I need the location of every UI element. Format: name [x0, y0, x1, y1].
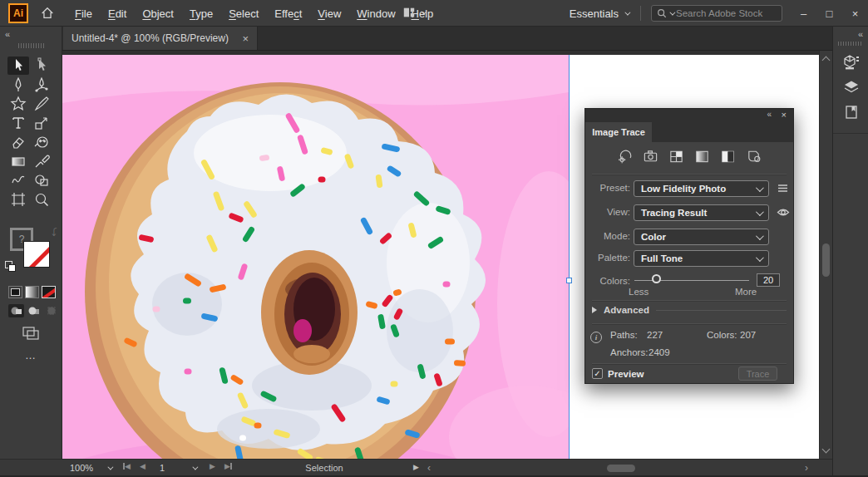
minimize-button[interactable]: – [791, 0, 816, 27]
draw-inside-button[interactable] [43, 304, 59, 317]
panel-collapse-icon[interactable]: « [767, 110, 772, 119]
preset-menu-icon[interactable] [777, 182, 789, 196]
scroll-up-icon[interactable] [822, 57, 831, 65]
panel-header[interactable]: « × [585, 109, 793, 122]
colors-value-field[interactable]: 20 [757, 273, 780, 287]
traced-donut-image[interactable] [62, 55, 569, 459]
disclosure-triangle-icon [592, 307, 597, 313]
tool-eraser[interactable] [7, 133, 29, 151]
home-icon[interactable] [37, 3, 58, 23]
expand-panels-icon[interactable]: « [858, 29, 863, 39]
colors-count-value: 207 [740, 330, 756, 340]
first-artboard-button[interactable]: ◀ [123, 462, 131, 470]
trace-button[interactable]: Trace [738, 366, 777, 381]
view-label: View: [585, 207, 630, 217]
tool-direct-selection[interactable] [31, 57, 52, 75]
default-fill-stroke-icon[interactable] [5, 261, 17, 273]
fill-stroke-indicator[interactable]: ? ⤵ [8, 226, 57, 273]
search-input[interactable] [676, 8, 767, 18]
scroll-left-icon[interactable]: ‹ [427, 462, 431, 474]
preset-dropdown[interactable]: Low Fidelity Photo [634, 180, 769, 197]
image-trace-tab[interactable]: Image Trace [585, 122, 652, 142]
last-artboard-button[interactable]: ▶ [224, 462, 232, 470]
gradient-button[interactable] [25, 286, 39, 298]
selection-handle[interactable] [566, 278, 572, 283]
fill-swatch-none[interactable] [23, 241, 50, 268]
tool-zoom[interactable] [31, 190, 52, 209]
chevron-down-icon [192, 464, 198, 470]
scroll-right-icon[interactable]: › [805, 462, 808, 474]
status-options-icon[interactable]: ▶ [413, 463, 419, 471]
panel-close-icon[interactable]: × [782, 110, 787, 120]
view-dropdown[interactable]: Tracing Result [634, 204, 769, 221]
previous-artboard-button[interactable]: ◀ [140, 462, 145, 470]
toolbar-grip[interactable] [18, 43, 45, 48]
tool-paintbrush[interactable] [31, 95, 52, 113]
color-button[interactable] [8, 286, 22, 298]
properties-panel-icon[interactable] [840, 52, 862, 73]
edit-toolbar-button[interactable]: … [2, 349, 61, 361]
tool-shape-builder[interactable] [31, 171, 52, 189]
scroll-down-icon[interactable] [822, 445, 831, 454]
tool-rotate[interactable] [31, 133, 52, 151]
swap-fill-stroke-icon[interactable]: ⤵ [52, 226, 57, 238]
low-color-icon[interactable] [668, 147, 684, 165]
high-color-icon[interactable] [643, 147, 658, 165]
tab-close-icon[interactable]: × [242, 32, 249, 45]
menu-effect[interactable]: Effect [274, 7, 302, 20]
mode-dropdown[interactable]: Color [634, 229, 769, 245]
libraries-panel-icon[interactable] [840, 101, 862, 123]
tool-curvature[interactable] [31, 76, 52, 94]
document-tab[interactable]: Untitled-4* @ 100% (RGB/Preview) × [63, 27, 258, 50]
draw-normal-button[interactable] [8, 304, 24, 317]
colors-slider-knob[interactable] [652, 274, 661, 283]
workspace-switcher-icon[interactable] [402, 6, 425, 19]
menu-view[interactable]: View [318, 7, 341, 20]
palette-label: Palette: [585, 253, 630, 263]
menu-type[interactable]: Type [190, 7, 213, 20]
zoom-level-dropdown[interactable]: 100% [67, 461, 115, 475]
tool-shaper[interactable] [7, 171, 29, 189]
zoom-level: 100% [70, 463, 93, 473]
divider [592, 174, 787, 175]
preview-checkbox[interactable]: ✓ [592, 368, 603, 379]
screen-mode-button[interactable] [20, 324, 42, 346]
vertical-scrollbar[interactable] [819, 51, 832, 459]
close-button[interactable]: × [842, 0, 868, 27]
none-button[interactable] [42, 286, 56, 298]
adobe-stock-search[interactable] [651, 5, 782, 22]
auto-color-icon[interactable] [617, 147, 633, 165]
maximize-button[interactable]: □ [816, 0, 842, 27]
horizontal-scroll-thumb[interactable] [607, 465, 635, 472]
menu-select[interactable]: Select [229, 7, 259, 20]
artboard-dropdown[interactable]: 1 [155, 461, 201, 475]
tool-selection[interactable] [7, 57, 29, 75]
chevron-down-icon [107, 464, 113, 470]
eye-icon[interactable] [777, 206, 790, 220]
menu-object[interactable]: Object [142, 7, 174, 20]
black-and-white-icon[interactable] [720, 147, 736, 165]
dock-grip[interactable] [838, 42, 863, 46]
menu-edit[interactable]: Edit [108, 7, 126, 20]
next-artboard-button[interactable]: ▶ [210, 462, 215, 470]
tool-type[interactable] [7, 114, 29, 132]
paths-value: 227 [647, 330, 663, 340]
grayscale-icon[interactable] [694, 147, 710, 165]
workspace-menu[interactable]: Essentials [570, 7, 629, 20]
tool-eyedropper[interactable] [31, 152, 52, 170]
tool-artboard[interactable] [7, 190, 29, 209]
more-label: More [735, 287, 757, 297]
draw-behind-button[interactable] [26, 304, 42, 317]
collapse-toolbar-icon[interactable]: « [5, 29, 10, 39]
vertical-scroll-thumb[interactable] [822, 243, 830, 277]
tool-pen[interactable] [7, 76, 29, 94]
tool-star[interactable] [7, 95, 29, 113]
menu-file[interactable]: File [75, 7, 92, 20]
tool-scale[interactable] [31, 114, 52, 132]
palette-dropdown[interactable]: Full Tone [634, 250, 769, 267]
outline-icon[interactable] [746, 147, 762, 165]
layers-panel-icon[interactable] [840, 76, 862, 98]
tool-gradient[interactable] [7, 152, 29, 170]
menu-window[interactable]: Window [357, 7, 395, 20]
advanced-toggle[interactable]: Advanced [592, 305, 787, 315]
